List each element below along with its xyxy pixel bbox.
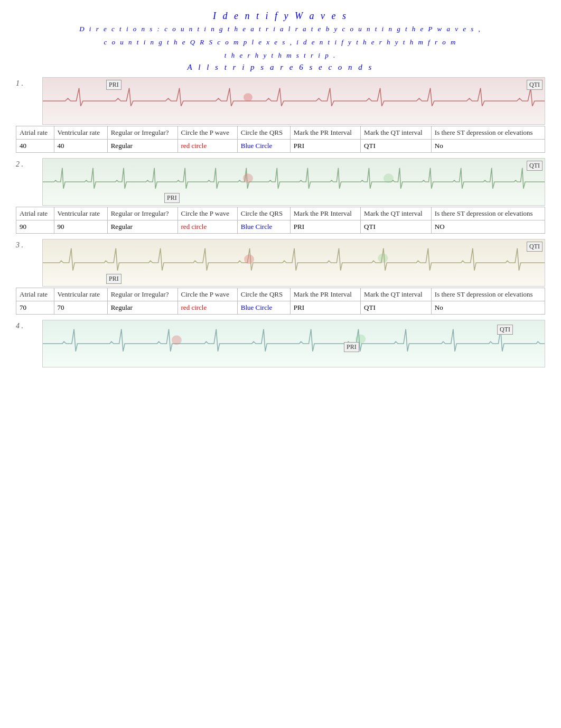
subtitle-2: c o u n t i n g t h e Q R S c o m p l e … [16, 37, 545, 48]
col-header-st-1: Is there ST depression or elevations [431, 126, 545, 140]
col-header-st-2: Is there ST depression or elevations [431, 207, 545, 220]
qti-label-4: QTI [497, 325, 513, 335]
svg-point-7 [378, 254, 388, 263]
pri-label-3: PRI [106, 274, 121, 284]
col-header-mark-pr-1: Mark the PR Interval [290, 126, 360, 140]
subtitle-3: t h e r h y t h m s t r i p . [16, 50, 545, 61]
col-header-circle-p-3: Circle the P wave [177, 288, 237, 301]
val-st-1: No [431, 140, 545, 153]
col-header-circle-qrs-1: Circle the QRS [237, 126, 290, 140]
ecg-strip-1: PRI QTI [42, 77, 545, 125]
strip-number-1: 1 . [16, 77, 42, 88]
col-header-regular-2: Regular or Irregular? [107, 207, 177, 220]
ecg-strip-2: PRI QTI [42, 158, 545, 206]
val-circle-qrs-1: Blue Circle [237, 140, 290, 153]
val-atrial-1: 40 [16, 140, 54, 153]
val-ventricular-2: 90 [54, 220, 107, 234]
qti-label-3: QTI [527, 242, 543, 252]
pri-label-2: PRI [164, 193, 180, 203]
col-header-atrial-2: Atrial rate [16, 207, 54, 220]
col-header-mark-qt-2: Mark the QT interval [361, 207, 432, 220]
ecg-strip-4: QTI PRI [42, 320, 545, 367]
col-header-circle-p-2: Circle the P wave [177, 207, 237, 220]
col-header-circle-p-1: Circle the P wave [177, 126, 237, 140]
data-table-1: Atrial rate Ventricular rate Regular or … [16, 126, 545, 153]
val-regular-3: Regular [107, 301, 177, 315]
col-header-circle-qrs-2: Circle the QRS [237, 207, 290, 220]
section-3: 3 . QTI PRI Atrial rate Ventricular rate… [16, 239, 545, 315]
svg-point-6 [244, 255, 254, 264]
col-header-ventricular-3: Ventricular rate [54, 288, 107, 301]
val-circle-p-1: red circle [177, 140, 237, 153]
pri-label-4: PRI [344, 342, 359, 352]
val-pri-1: PRI [290, 140, 360, 153]
val-circle-qrs-2: Blue Circle [237, 220, 290, 234]
col-header-mark-qt-1: Mark the QT interval [361, 126, 432, 140]
col-header-ventricular-2: Ventricular rate [54, 207, 107, 220]
val-circle-qrs-3: Blue Circle [237, 301, 290, 315]
val-qti-1: QTI [361, 140, 432, 153]
val-st-3: No [431, 301, 545, 315]
strips-note: A l l s t r i p s a r e 6 s e c o n d s [16, 63, 545, 72]
col-header-regular-1: Regular or Irregular? [107, 126, 177, 140]
qti-label-2: QTI [527, 161, 543, 171]
val-qti-3: QTI [361, 301, 432, 315]
col-header-circle-qrs-3: Circle the QRS [237, 288, 290, 301]
strip-number-3: 3 . [16, 239, 42, 250]
col-header-regular-3: Regular or Irregular? [107, 288, 177, 301]
pri-label-1: PRI [106, 80, 121, 90]
subtitle-1: D i r e c t i o n s : c o u n t i n g t … [16, 24, 545, 35]
section-2: 2 . PRI QTI Atrial rate Ventricular rate… [16, 158, 545, 234]
qti-label-1: QTI [527, 80, 543, 90]
data-table-2: Atrial rate Ventricular rate Regular or … [16, 207, 545, 234]
col-header-st-3: Is there ST depression or elevations [431, 288, 545, 301]
val-qti-2: QTI [361, 220, 432, 234]
page-title: I d e n t i f y W a v e s [16, 11, 545, 22]
section-4: 4 . QTI PRI [16, 320, 545, 367]
svg-point-3 [243, 174, 253, 183]
data-table-3: Atrial rate Ventricular rate Regular or … [16, 288, 545, 315]
svg-point-1 [244, 94, 253, 102]
val-atrial-3: 70 [16, 301, 54, 315]
val-circle-p-2: red circle [177, 220, 237, 234]
col-header-mark-pr-2: Mark the PR Interval [290, 207, 360, 220]
col-header-ventricular-1: Ventricular rate [54, 126, 107, 140]
val-ventricular-1: 40 [54, 140, 107, 153]
val-regular-2: Regular [107, 220, 177, 234]
val-pri-3: PRI [290, 301, 360, 315]
val-atrial-2: 90 [16, 220, 54, 234]
val-ventricular-3: 70 [54, 301, 107, 315]
header-section: I d e n t i f y W a v e s D i r e c t i … [16, 11, 545, 72]
val-circle-p-3: red circle [177, 301, 237, 315]
svg-point-9 [172, 336, 182, 345]
val-pri-2: PRI [290, 220, 360, 234]
strip-number-2: 2 . [16, 158, 42, 169]
val-regular-1: Regular [107, 140, 177, 153]
col-header-atrial-3: Atrial rate [16, 288, 54, 301]
section-1: 1 . PRI QTI Atrial rate Ventricular rate… [16, 77, 545, 153]
svg-point-4 [384, 174, 394, 183]
col-header-mark-qt-3: Mark the QT interval [361, 288, 432, 301]
col-header-atrial-1: Atrial rate [16, 126, 54, 140]
ecg-strip-3: QTI PRI [42, 239, 545, 287]
col-header-mark-pr-3: Mark the PR Interval [290, 288, 360, 301]
val-st-2: NO [431, 220, 545, 234]
strip-number-4: 4 . [16, 320, 42, 330]
